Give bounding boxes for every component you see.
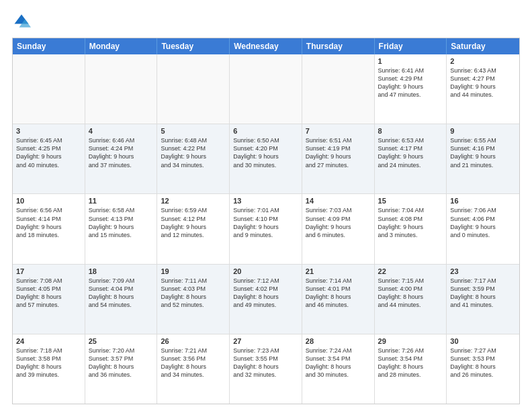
calendar-header: SundayMondayTuesdayWednesdayThursdayFrid…: [13, 38, 519, 54]
day-info: Sunrise: 6:55 AM Sunset: 4:16 PM Dayligh…: [450, 136, 516, 169]
day-cell-18: 18Sunrise: 7:09 AM Sunset: 4:04 PM Dayli…: [85, 265, 158, 334]
day-cell-3: 3Sunrise: 6:45 AM Sunset: 4:25 PM Daylig…: [13, 124, 85, 193]
day-info: Sunrise: 7:20 AM Sunset: 3:57 PM Dayligh…: [89, 347, 154, 379]
day-cell-16: 16Sunrise: 7:06 AM Sunset: 4:06 PM Dayli…: [447, 194, 519, 263]
day-info: Sunrise: 6:56 AM Sunset: 4:14 PM Dayligh…: [16, 206, 81, 239]
header-day-monday: Monday: [85, 38, 158, 54]
day-number: 4: [89, 127, 154, 135]
day-cell-30: 30Sunrise: 7:27 AM Sunset: 3:53 PM Dayli…: [447, 334, 519, 404]
header-day-sunday: Sunday: [13, 38, 85, 54]
day-info: Sunrise: 7:26 AM Sunset: 3:54 PM Dayligh…: [378, 347, 443, 379]
day-number: 9: [450, 127, 516, 135]
day-number: 12: [161, 197, 226, 205]
day-cell-4: 4Sunrise: 6:46 AM Sunset: 4:24 PM Daylig…: [85, 124, 158, 193]
day-number: 29: [378, 337, 443, 345]
page: SundayMondayTuesdayWednesdayThursdayFrid…: [0, 0, 532, 411]
logo-icon: [12, 12, 31, 31]
day-number: 7: [306, 127, 371, 135]
day-cell-2: 2Sunrise: 6:43 AM Sunset: 4:27 PM Daylig…: [447, 54, 519, 124]
day-info: Sunrise: 7:18 AM Sunset: 3:58 PM Dayligh…: [16, 347, 81, 379]
day-cell-19: 19Sunrise: 7:11 AM Sunset: 4:03 PM Dayli…: [157, 265, 230, 334]
day-cell-11: 11Sunrise: 6:58 AM Sunset: 4:13 PM Dayli…: [85, 194, 158, 263]
day-number: 19: [161, 267, 226, 275]
header: [12, 12, 520, 31]
day-info: Sunrise: 6:58 AM Sunset: 4:13 PM Dayligh…: [89, 206, 154, 239]
header-day-friday: Friday: [375, 38, 447, 54]
day-cell-1: 1Sunrise: 6:41 AM Sunset: 4:29 PM Daylig…: [375, 54, 447, 124]
day-number: 14: [306, 197, 371, 205]
calendar-row-0: 1Sunrise: 6:41 AM Sunset: 4:29 PM Daylig…: [13, 54, 519, 124]
day-number: 21: [306, 267, 371, 275]
day-number: 10: [16, 197, 81, 205]
day-number: 30: [450, 337, 516, 345]
empty-cell: [13, 54, 85, 124]
day-number: 11: [89, 197, 154, 205]
day-cell-24: 24Sunrise: 7:18 AM Sunset: 3:58 PM Dayli…: [13, 334, 85, 404]
day-number: 18: [89, 267, 154, 275]
day-number: 16: [450, 197, 516, 205]
day-number: 15: [378, 197, 443, 205]
day-number: 28: [306, 337, 371, 345]
day-info: Sunrise: 6:53 AM Sunset: 4:17 PM Dayligh…: [378, 136, 443, 169]
day-info: Sunrise: 6:50 AM Sunset: 4:20 PM Dayligh…: [233, 136, 298, 169]
header-day-tuesday: Tuesday: [157, 38, 230, 54]
day-info: Sunrise: 6:45 AM Sunset: 4:25 PM Dayligh…: [16, 136, 81, 169]
empty-cell: [85, 54, 158, 124]
day-number: 27: [233, 337, 298, 345]
calendar-row-1: 3Sunrise: 6:45 AM Sunset: 4:25 PM Daylig…: [13, 124, 519, 193]
day-number: 1: [378, 57, 443, 65]
day-number: 3: [16, 127, 81, 135]
day-cell-10: 10Sunrise: 6:56 AM Sunset: 4:14 PM Dayli…: [13, 194, 85, 263]
day-info: Sunrise: 7:08 AM Sunset: 4:05 PM Dayligh…: [16, 277, 81, 310]
day-number: 2: [450, 57, 516, 65]
day-number: 26: [161, 337, 226, 345]
day-number: 8: [378, 127, 443, 135]
day-number: 20: [233, 267, 298, 275]
empty-cell: [157, 54, 230, 124]
day-number: 13: [233, 197, 298, 205]
calendar: SundayMondayTuesdayWednesdayThursdayFrid…: [12, 38, 520, 404]
day-info: Sunrise: 7:11 AM Sunset: 4:03 PM Dayligh…: [161, 277, 226, 310]
day-info: Sunrise: 7:04 AM Sunset: 4:08 PM Dayligh…: [378, 206, 443, 239]
day-cell-7: 7Sunrise: 6:51 AM Sunset: 4:19 PM Daylig…: [302, 124, 375, 193]
day-cell-27: 27Sunrise: 7:23 AM Sunset: 3:55 PM Dayli…: [230, 334, 302, 404]
day-cell-6: 6Sunrise: 6:50 AM Sunset: 4:20 PM Daylig…: [230, 124, 302, 193]
day-info: Sunrise: 7:24 AM Sunset: 3:54 PM Dayligh…: [306, 347, 371, 379]
day-number: 24: [16, 337, 81, 345]
day-cell-26: 26Sunrise: 7:21 AM Sunset: 3:56 PM Dayli…: [157, 334, 230, 404]
day-number: 6: [233, 127, 298, 135]
empty-cell: [230, 54, 302, 124]
day-info: Sunrise: 7:23 AM Sunset: 3:55 PM Dayligh…: [233, 347, 298, 379]
day-cell-9: 9Sunrise: 6:55 AM Sunset: 4:16 PM Daylig…: [447, 124, 519, 193]
header-day-wednesday: Wednesday: [230, 38, 302, 54]
logo: [12, 12, 34, 31]
day-info: Sunrise: 6:46 AM Sunset: 4:24 PM Dayligh…: [89, 136, 154, 169]
day-cell-25: 25Sunrise: 7:20 AM Sunset: 3:57 PM Dayli…: [85, 334, 158, 404]
day-info: Sunrise: 6:43 AM Sunset: 4:27 PM Dayligh…: [450, 66, 516, 99]
day-cell-29: 29Sunrise: 7:26 AM Sunset: 3:54 PM Dayli…: [375, 334, 447, 404]
header-day-thursday: Thursday: [302, 38, 375, 54]
day-info: Sunrise: 7:14 AM Sunset: 4:01 PM Dayligh…: [306, 277, 371, 310]
day-cell-28: 28Sunrise: 7:24 AM Sunset: 3:54 PM Dayli…: [302, 334, 375, 404]
calendar-row-2: 10Sunrise: 6:56 AM Sunset: 4:14 PM Dayli…: [13, 193, 519, 263]
calendar-row-4: 24Sunrise: 7:18 AM Sunset: 3:58 PM Dayli…: [13, 334, 519, 404]
day-cell-12: 12Sunrise: 6:59 AM Sunset: 4:12 PM Dayli…: [157, 194, 230, 263]
day-cell-20: 20Sunrise: 7:12 AM Sunset: 4:02 PM Dayli…: [230, 265, 302, 334]
day-cell-23: 23Sunrise: 7:17 AM Sunset: 3:59 PM Dayli…: [447, 265, 519, 334]
calendar-body: 1Sunrise: 6:41 AM Sunset: 4:29 PM Daylig…: [13, 54, 519, 404]
day-cell-8: 8Sunrise: 6:53 AM Sunset: 4:17 PM Daylig…: [375, 124, 447, 193]
day-number: 17: [16, 267, 81, 275]
day-cell-5: 5Sunrise: 6:48 AM Sunset: 4:22 PM Daylig…: [157, 124, 230, 193]
day-cell-15: 15Sunrise: 7:04 AM Sunset: 4:08 PM Dayli…: [375, 194, 447, 263]
day-number: 5: [161, 127, 226, 135]
day-info: Sunrise: 7:15 AM Sunset: 4:00 PM Dayligh…: [378, 277, 443, 310]
day-info: Sunrise: 7:09 AM Sunset: 4:04 PM Dayligh…: [89, 277, 154, 310]
day-number: 22: [378, 267, 443, 275]
day-info: Sunrise: 6:48 AM Sunset: 4:22 PM Dayligh…: [161, 136, 226, 169]
calendar-row-3: 17Sunrise: 7:08 AM Sunset: 4:05 PM Dayli…: [13, 264, 519, 334]
day-cell-13: 13Sunrise: 7:01 AM Sunset: 4:10 PM Dayli…: [230, 194, 302, 263]
day-info: Sunrise: 7:12 AM Sunset: 4:02 PM Dayligh…: [233, 277, 298, 310]
day-cell-21: 21Sunrise: 7:14 AM Sunset: 4:01 PM Dayli…: [302, 265, 375, 334]
day-number: 25: [89, 337, 154, 345]
day-info: Sunrise: 6:41 AM Sunset: 4:29 PM Dayligh…: [378, 66, 443, 99]
